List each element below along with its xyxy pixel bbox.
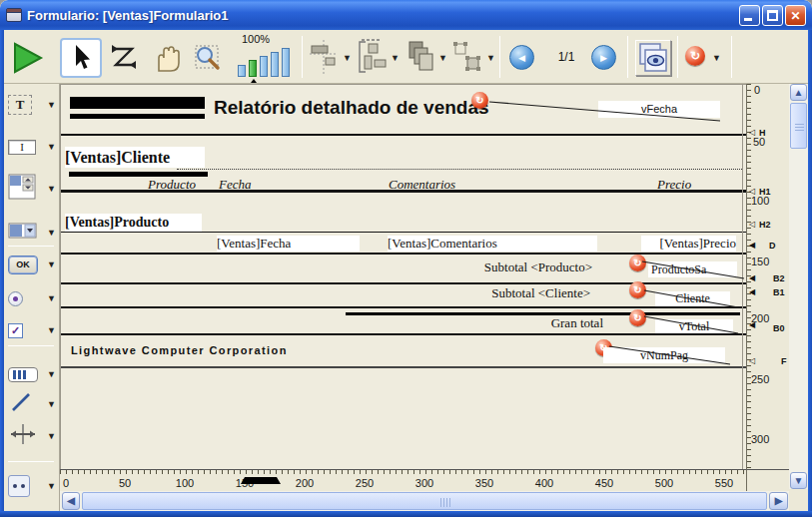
decoration-bar-thin[interactable] [70,114,205,119]
section-line-break0[interactable] [61,333,747,335]
checkbox-tool-dropdown[interactable]: ▼ [47,325,56,335]
buttongrid-tool-dropdown[interactable]: ▼ [47,369,56,379]
buttongrid-tool-button[interactable]: ▼ [8,359,56,389]
scroll-down-button[interactable]: ▼ [790,472,807,489]
section-line-footer[interactable] [61,366,747,368]
group-tool-button[interactable]: ▼ [451,38,495,78]
gran-total-label[interactable]: Gran total [481,315,603,331]
form-canvas[interactable]: Relatório detalhado de vendas ↻ vFecha [… [60,84,746,469]
distribute-tool-button[interactable]: ▼ [356,38,400,78]
section-line-header[interactable] [61,134,747,136]
zoom-tool-button[interactable] [192,42,224,74]
field-ventas-fecha[interactable]: [Ventas]Fecha [217,236,360,252]
pointer-tool-button[interactable] [60,38,102,78]
footer-company-label[interactable]: Lightwave Computer Corporation [71,344,288,356]
vertical-scrollbar[interactable]: ▲ ▼ [789,84,808,489]
object-method-badge-cliente[interactable]: ↻ [629,281,646,298]
toolbar-separator [627,36,628,78]
listbox-tool-dropdown[interactable]: ▼ [47,184,56,194]
decoration-bar-thick[interactable] [70,97,205,109]
field-ventas-producto[interactable]: [Ventas]Producto [65,214,202,232]
combobox-tool-button[interactable]: ▼ [8,218,56,248]
object-method-badge-vfecha[interactable]: ↻ [471,92,488,109]
execute-form-button[interactable] [12,42,44,74]
checkbox-tool-button[interactable]: ✓▼ [8,315,56,345]
object-method-badge-productosa[interactable]: ↻ [629,255,646,271]
vruler-label: 250 [751,373,769,385]
button-tool-button[interactable]: OK▼ [8,250,56,279]
minimize-button[interactable] [739,5,760,26]
line-tool-button[interactable]: ▼ [8,389,56,419]
section-marker-b1[interactable]: ◀ [749,286,755,297]
subtotal-producto-label[interactable]: Subtotal <Producto> [450,259,592,275]
variable-vfecha[interactable]: vFecha [598,101,720,118]
scroll-up-button[interactable]: ▲ [790,84,807,101]
report-title-label[interactable]: Relatório detalhado de vendas [214,97,489,119]
close-button[interactable]: ✕ [785,5,806,26]
group-dropdown-arrow[interactable]: ▼ [486,38,495,78]
zoom-bar-1[interactable] [238,65,246,77]
variable-cliente[interactable]: Cliente [655,291,730,306]
distribute-dropdown-arrow[interactable]: ▼ [391,38,400,78]
section-marker-h1[interactable]: ◁ [749,186,755,197]
section-marker-h2[interactable]: ◁ [749,219,755,230]
button-tool-dropdown[interactable]: ▼ [47,259,56,269]
splitter-tool-dropdown[interactable]: ▼ [47,431,56,441]
section-line-header1[interactable] [61,190,747,193]
splitter-tool-button[interactable]: ▼ [8,421,56,451]
hand-tool-button[interactable] [150,42,184,74]
vertical-scroll-thumb[interactable] [790,103,807,149]
scroll-right-button[interactable]: ▶ [769,492,788,510]
layer-order-tool-button[interactable]: ▼ [404,38,447,78]
field-ventas-cliente[interactable]: [Ventas]Cliente [65,147,205,168]
horizontal-ruler: 0 50 100 150 200 250 300 350 400 450 500… [60,469,746,491]
insert-method-button[interactable]: ↻ ▼ [685,46,723,70]
field-ventas-comentarios[interactable]: [Ventas]Comentarios [388,236,597,252]
entry-order-tool-button[interactable] [108,44,140,72]
horizontal-scroll-thumb[interactable] [82,492,767,510]
listbox-tool-button[interactable]: ▼ [8,174,56,204]
zoom-bar-2-selected[interactable] [249,60,257,77]
horizontal-scrollbar[interactable]: ◀ ▶ [60,491,789,511]
zoom-bar-5[interactable] [282,48,290,77]
next-page-button[interactable]: ▶ [591,45,616,70]
align-tool-button[interactable]: ▼ [308,38,352,78]
section-line-header2[interactable] [61,232,747,233]
zoom-level-widget[interactable]: 100% [236,33,298,81]
zoom-bar-3[interactable] [260,56,268,77]
section-line-break1[interactable] [61,306,747,308]
radio-tool-button[interactable]: ▼ [8,283,56,313]
text-tool-dropdown[interactable]: ▼ [47,100,56,110]
section-marker-h[interactable]: ◁ [749,127,755,138]
previous-page-button[interactable]: ◀ [509,45,534,70]
input-tool-button[interactable]: I▼ [8,132,56,162]
section-line-detail[interactable] [61,253,747,255]
variable-vtotal[interactable]: vTotal [655,319,733,334]
scroll-left-button[interactable]: ◀ [62,492,80,510]
section-marker-label: D [769,241,776,251]
section-marker-b0[interactable]: ◀ [749,319,755,330]
section-marker-b2[interactable]: ◀ [749,272,755,283]
align-dropdown-arrow[interactable]: ▼ [343,38,352,78]
radio-tool-dropdown[interactable]: ▼ [47,293,56,303]
dotted-line[interactable] [177,169,742,170]
text-tool-button[interactable]: T▼ [8,90,56,120]
splitter-tool-icon [8,422,38,450]
zoom-bar-4[interactable] [271,52,279,77]
titlebar[interactable]: Formulario: [Ventas]Formulario1 ✕ [0,0,812,30]
input-tool-dropdown[interactable]: ▼ [47,142,56,152]
subtotal-cliente-label[interactable]: Subtotal <Cliente> [448,285,590,301]
layer-order-icon [404,38,435,76]
combobox-tool-dropdown[interactable]: ▼ [47,228,56,238]
section-marker-f[interactable]: ◁ [749,355,755,366]
object-method-badge-vtotal[interactable]: ↻ [629,309,646,326]
display-preview-button[interactable] [635,40,671,76]
line-tool-dropdown[interactable]: ▼ [47,399,56,409]
maximize-button[interactable] [762,5,783,26]
field-ventas-precio[interactable]: [Ventas]Precio [641,236,736,252]
section-marker-d[interactable]: ◀ [749,240,755,251]
variable-vnumpag[interactable]: vNumPag [603,347,725,363]
method-dropdown-arrow[interactable]: ▼ [712,38,721,78]
layer-order-dropdown-arrow[interactable]: ▼ [438,38,447,78]
variable-productosa[interactable]: ProductoSa [648,261,737,277]
